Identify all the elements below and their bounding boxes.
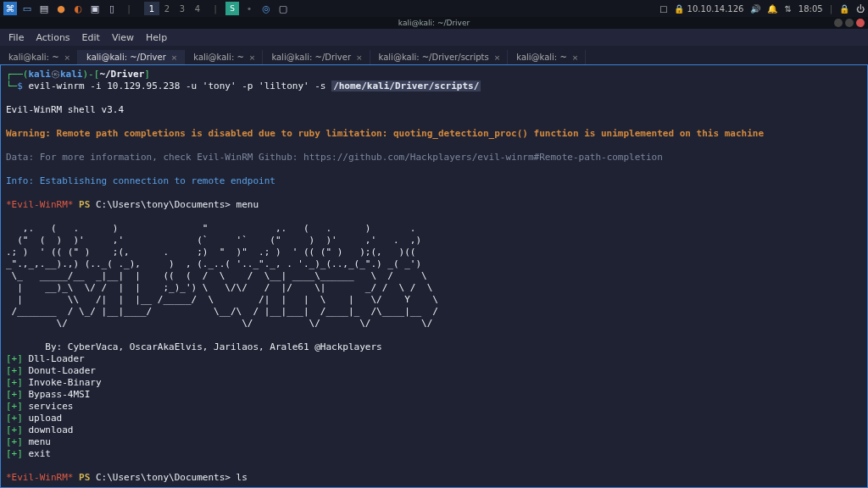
ps-tag: *Evil-WinRM* <box>6 199 73 210</box>
menu-file[interactable]: File <box>8 32 24 43</box>
terminal-icon[interactable]: ▣ <box>88 2 102 15</box>
clock[interactable]: 18:05 <box>798 4 823 14</box>
app-menubar: File Actions Edit View Help <box>0 29 868 46</box>
workspace-4[interactable]: 4 <box>190 2 205 15</box>
menu-item: Invoke-Binary <box>29 377 102 388</box>
info-label: Info: <box>6 175 34 186</box>
close-icon[interactable]: × <box>494 53 501 62</box>
ps-ps: PS <box>79 199 90 210</box>
byline: By: CyberVaca, OscarAkaElvis, Jarilaos, … <box>6 341 382 352</box>
vpn-ip-value: 10.10.14.126 <box>687 4 744 14</box>
workspace-switcher[interactable]: 1 2 3 4 <box>144 2 205 15</box>
close-icon[interactable]: × <box>249 53 256 62</box>
tab-label: kali@kali: ~ <box>193 53 244 62</box>
menu-item: services <box>29 401 74 412</box>
separator-icon: | <box>209 2 222 15</box>
tab-label: kali@kali: ~/Driver <box>271 53 351 62</box>
menu-item: Dll-Loader <box>29 353 85 364</box>
ps-ps: PS <box>79 472 90 483</box>
system-top-bar: ⌘ ▭ ▤ ● ◐ ▣ ▯ | 1 2 3 4 | S • ◎ ▢ □ 🔒 10… <box>0 0 868 17</box>
close-icon[interactable]: × <box>64 53 71 62</box>
window-titlebar[interactable]: kali@kali: ~/Driver <box>0 17 868 29</box>
kali-logo-icon[interactable]: ⌘ <box>3 2 17 15</box>
tab-4[interactable]: kali@kali: ~/Driver/scripts× <box>370 50 509 64</box>
window-controls <box>834 19 865 27</box>
lock-icon[interactable]: 🔒 <box>839 4 849 14</box>
maximize-button[interactable] <box>845 19 854 27</box>
app-dot-icon[interactable]: • <box>242 2 256 15</box>
data-label: Data: <box>6 152 34 163</box>
tab-1[interactable]: kali@kali: ~/Driver× <box>78 50 185 64</box>
menu-help[interactable]: Help <box>146 32 167 43</box>
tray-right: □ 🔒 10.10.14.126 🔊 🔔 ⇅ 18:05 | 🔒 ⏻ <box>659 4 865 14</box>
tab-5[interactable]: kali@kali: ~× <box>508 50 586 64</box>
terminal-window: kali@kali: ~/Driver File Actions Edit Vi… <box>0 17 868 488</box>
tab-label: kali@kali: ~ <box>8 53 59 62</box>
menu-item: menu <box>29 436 52 447</box>
window-title: kali@kali: ~/Driver <box>398 19 470 27</box>
ps-path: C:\Users\tony\Documents> <box>96 472 231 483</box>
firefox-icon[interactable]: ● <box>54 2 68 15</box>
prompt-user: kali <box>29 69 52 80</box>
prompt-host: kali <box>60 69 83 80</box>
line-shell-version: Evil-WinRM shell v3.4 <box>6 104 124 115</box>
tab-0[interactable]: kali@kali: ~× <box>0 50 78 64</box>
command-line: evil-winrm -i 10.129.95.238 -u 'tony' -p… <box>29 80 332 92</box>
tab-label: kali@kali: ~/Driver <box>86 53 166 62</box>
screenshot-icon[interactable]: ▢ <box>276 2 290 15</box>
workspace-3[interactable]: 3 <box>175 2 190 15</box>
menu-bullet: [+] <box>6 353 23 364</box>
menu-item: upload <box>29 413 63 424</box>
ps-tag: *Evil-WinRM* <box>6 472 73 483</box>
tab-label: kali@kali: ~/Driver/scripts <box>379 53 489 62</box>
ps-cmd-ls: ls <box>236 472 248 483</box>
separator-icon: | <box>830 4 832 14</box>
command-highlight: /home/kali/Driver/scripts/ <box>331 80 481 92</box>
vpn-ip[interactable]: 🔒 10.10.14.126 <box>674 4 743 14</box>
separator-icon: | <box>122 2 136 15</box>
prompt-frame: ┌──( <box>6 69 29 80</box>
close-icon[interactable]: × <box>356 53 363 62</box>
files-icon[interactable]: ▤ <box>37 2 51 15</box>
menu-item: exit <box>29 448 52 459</box>
ps-cmd-menu: menu <box>236 199 259 210</box>
info-text: Establishing connection to remote endpoi… <box>34 175 275 186</box>
warning-text: Remote path completions is disabled due … <box>51 128 764 139</box>
notifications-icon[interactable]: 🔔 <box>767 4 777 14</box>
terminal-tabs: kali@kali: ~× kali@kali: ~/Driver× kali@… <box>0 46 868 64</box>
prompt-path: ~/Driver <box>99 69 144 80</box>
data-text: For more information, check Evil-WinRM G… <box>34 152 663 163</box>
menu-item: download <box>29 424 74 435</box>
close-icon[interactable]: × <box>572 53 579 62</box>
ascii-banner: ,. ( . ) " ,. ( . ) . (" ( ) )' ,' (` '`… <box>6 223 438 329</box>
workspace-1[interactable]: 1 <box>144 2 159 15</box>
prompt-dollar: $ <box>17 80 23 92</box>
menu-view[interactable]: View <box>112 32 134 43</box>
warning-label: Warning: <box>6 128 51 139</box>
close-icon[interactable]: × <box>171 53 178 62</box>
ps-path: C:\Users\tony\Documents> <box>96 199 231 210</box>
menu-actions[interactable]: Actions <box>36 32 70 43</box>
terminal-output[interactable]: ┌──(kali㉿kali)-[~/Driver] └─$ evil-winrm… <box>0 64 868 488</box>
close-button[interactable] <box>856 19 865 27</box>
menu-edit[interactable]: Edit <box>82 32 100 43</box>
editor-icon[interactable]: ▯ <box>105 2 119 15</box>
tab-3[interactable]: kali@kali: ~/Driver× <box>263 50 370 64</box>
tab-label: kali@kali: ~ <box>516 53 567 62</box>
recording-icon[interactable]: □ <box>659 4 667 14</box>
menu-item: Bypass-4MSI <box>29 389 91 400</box>
tray-left: ⌘ ▭ ▤ ● ◐ ▣ ▯ | 1 2 3 4 | S • ◎ ▢ <box>3 2 290 15</box>
app-s-icon[interactable]: S <box>225 2 239 15</box>
firefox-alt-icon[interactable]: ◐ <box>71 2 85 15</box>
browser-icon[interactable]: ◎ <box>259 2 273 15</box>
minimize-button[interactable] <box>834 19 843 27</box>
tab-2[interactable]: kali@kali: ~× <box>185 50 263 64</box>
workspace-2[interactable]: 2 <box>159 2 175 15</box>
network-icon[interactable]: ⇅ <box>784 4 791 14</box>
prompt-at: ㉿ <box>51 69 60 80</box>
window-list-icon[interactable]: ▭ <box>20 2 34 15</box>
power-icon[interactable]: ⏻ <box>856 4 865 14</box>
menu-item: Donut-Loader <box>29 365 96 376</box>
volume-icon[interactable]: 🔊 <box>750 4 760 14</box>
